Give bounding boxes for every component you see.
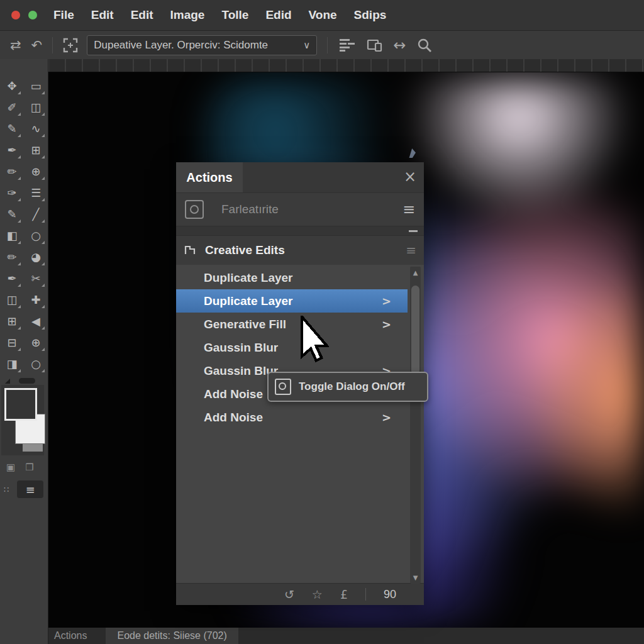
- ruler-tool-icon[interactable]: ○: [24, 225, 48, 246]
- options-right-icons: ↔: [328, 36, 432, 54]
- pen-tool-icon[interactable]: ✒: [0, 140, 24, 160]
- traffic-light-close-icon[interactable]: [11, 11, 20, 19]
- mixer-brush-tool-icon[interactable]: ✑: [0, 182, 24, 203]
- dots-cluster-icon[interactable]: ∷: [4, 485, 9, 494]
- menu-edid[interactable]: Edid: [265, 8, 291, 22]
- arrow-left-right-icon[interactable]: ↔: [393, 36, 406, 54]
- menu-sdips[interactable]: Sdips: [354, 8, 387, 22]
- chevron-right-icon: >: [382, 294, 391, 308]
- collapse-dash-icon[interactable]: [409, 230, 418, 232]
- dodge-tool-icon[interactable]: ◕: [24, 247, 48, 267]
- action-set-row[interactable]: Creative Edits ≡: [176, 236, 424, 265]
- screen-mode-icon[interactable]: ❒: [25, 462, 33, 473]
- type-tool-icon[interactable]: ☰: [24, 182, 48, 203]
- action-item[interactable]: Add Noise >: [176, 406, 408, 429]
- tool-bar: ✥ ▭ ✐ ◫ ✎ ∿: [0, 59, 48, 644]
- lasso-tool-icon[interactable]: ✐: [0, 97, 24, 118]
- clone-stamp-tool-icon[interactable]: ◫: [0, 289, 24, 310]
- workspace-layout-icon[interactable]: [339, 38, 355, 53]
- tool-grid: ✥ ▭ ✐ ◫ ✎ ∿: [0, 59, 48, 374]
- tab-actions[interactable]: Actions: [176, 162, 243, 192]
- status-left-label: Actions: [54, 630, 87, 641]
- transform-corners-icon[interactable]: [63, 38, 78, 53]
- status-info-box[interactable]: Eode detits: Siiese (702): [106, 628, 238, 644]
- swatch-mini-controls: [5, 378, 44, 384]
- actions-list: ▲ ▼ Duplicate Layer > Duplicate Layer > …: [176, 265, 424, 583]
- menu-edit-2[interactable]: Edit: [131, 8, 153, 22]
- star-icon[interactable]: ☆: [312, 589, 323, 601]
- photoshop-window: File Edit Edit Image Tolle Edid Vone Sdi…: [0, 0, 644, 644]
- options-bar: ⇄ ↶ Dupeative Layer. Orperciv: Scidomte …: [0, 31, 644, 60]
- ruler: [48, 59, 644, 72]
- preset-label: Farleatırite: [221, 203, 402, 216]
- zoom-in-tool-icon[interactable]: ⊕: [24, 332, 48, 353]
- tooltip: Toggle Dialog On/Off: [267, 372, 428, 402]
- default-colors-icon[interactable]: [5, 379, 10, 384]
- foreground-color-swatch[interactable]: [4, 388, 37, 421]
- scrollbar[interactable]: ▲ ▼: [410, 267, 421, 584]
- panel-footer: ↺ ☆ £ 90: [176, 583, 424, 605]
- preset-dropdown[interactable]: Dupeative Layer. Orperciv: Scidomte ∨: [87, 35, 317, 55]
- eyedropper-tool-icon[interactable]: ⊕: [24, 161, 48, 182]
- grid-tool-icon[interactable]: ⊞: [0, 311, 24, 331]
- brush-tool-icon[interactable]: ✎: [0, 118, 24, 139]
- shape-tool-icon[interactable]: ◀: [24, 311, 48, 331]
- sharpen-tool-icon[interactable]: ✒: [0, 268, 24, 289]
- action-item[interactable]: Gaussin Blur >: [176, 336, 408, 359]
- undo-arc-icon[interactable]: ↶: [31, 38, 43, 53]
- smudge-tool-icon[interactable]: ✏: [0, 247, 24, 267]
- toolbar-small-icons: ▣ ❒: [6, 462, 48, 473]
- panel-header-row: Farleatırite ≡: [176, 193, 424, 226]
- panel-tab-bar: Actions ×: [176, 162, 424, 193]
- gradient-tool-icon[interactable]: ◨: [0, 353, 24, 374]
- crop-tool-icon[interactable]: ◫: [24, 97, 48, 118]
- move-tool-icon[interactable]: ✥: [0, 75, 24, 96]
- switch-colors-icon[interactable]: [19, 378, 35, 384]
- toggle-dialog-icon: [275, 379, 291, 395]
- scissors-tool-icon[interactable]: ✂: [24, 268, 48, 289]
- add-anchor-tool-icon[interactable]: ✚: [24, 289, 48, 310]
- chevron-down-icon: ∨: [303, 40, 310, 51]
- footer-count: 90: [384, 588, 396, 601]
- scroll-up-icon[interactable]: ▲: [410, 269, 421, 276]
- menu-items: File Edit Edit Image Tolle Edid Vone Sdi…: [53, 8, 386, 22]
- menu-edit-1[interactable]: Edit: [91, 8, 114, 22]
- pencil-tool-icon[interactable]: ✏: [0, 161, 24, 182]
- panel-menu-icon[interactable]: ≡: [402, 202, 415, 217]
- action-item[interactable]: Generative Fill >: [176, 313, 408, 336]
- menu-file[interactable]: File: [53, 8, 74, 22]
- curvature-pen-tool-icon[interactable]: ✎: [0, 204, 24, 225]
- toolbar-bottom-row: ∷ ≡: [4, 480, 48, 498]
- list-view-button[interactable]: ≡: [17, 480, 43, 498]
- set-menu-icon[interactable]: ≡: [406, 244, 416, 257]
- scrollbar-thumb[interactable]: [411, 286, 419, 375]
- menu-bar: File Edit Edit Image Tolle Edid Vone Sdi…: [0, 0, 644, 31]
- menu-vone[interactable]: Vone: [309, 8, 337, 22]
- close-icon[interactable]: ×: [404, 169, 416, 185]
- marquee-tool-icon[interactable]: ▭: [24, 75, 48, 96]
- menu-image[interactable]: Image: [170, 8, 205, 22]
- pound-glyph-icon[interactable]: £: [340, 589, 348, 601]
- action-item[interactable]: Duplicate Layer >: [176, 289, 408, 313]
- status-info-text: Eode detits: Siiese (702): [117, 630, 226, 641]
- tooltip-label: Toggle Dialog On/Off: [299, 380, 405, 393]
- frame-tool-icon[interactable]: ⊞: [24, 140, 48, 160]
- folder-set-icon: [184, 244, 197, 257]
- traffic-light-zoom-icon[interactable]: [28, 11, 37, 19]
- panel-title: Actions: [186, 170, 232, 185]
- undo-icon[interactable]: ↺: [284, 589, 294, 601]
- history-brush-tool-icon[interactable]: ⊟: [0, 332, 24, 353]
- move-options-icon[interactable]: ⇄: [10, 38, 21, 53]
- object-selection-tool-icon[interactable]: ◧: [0, 225, 24, 246]
- search-icon[interactable]: [417, 38, 432, 53]
- menu-tolle[interactable]: Tolle: [221, 8, 248, 22]
- record-dialog-icon[interactable]: [185, 200, 204, 219]
- action-item[interactable]: Duplicate Layer >: [176, 266, 408, 289]
- zoom-tool-icon[interactable]: ○: [24, 353, 48, 374]
- action-set-label: Creative Edits: [205, 243, 406, 257]
- quick-mask-icon[interactable]: ▣: [6, 462, 15, 473]
- line-tool-icon[interactable]: ╱: [24, 204, 48, 225]
- device-preview-icon[interactable]: [367, 38, 383, 52]
- healing-brush-tool-icon[interactable]: ∿: [24, 118, 48, 139]
- scroll-down-icon[interactable]: ▼: [410, 574, 421, 581]
